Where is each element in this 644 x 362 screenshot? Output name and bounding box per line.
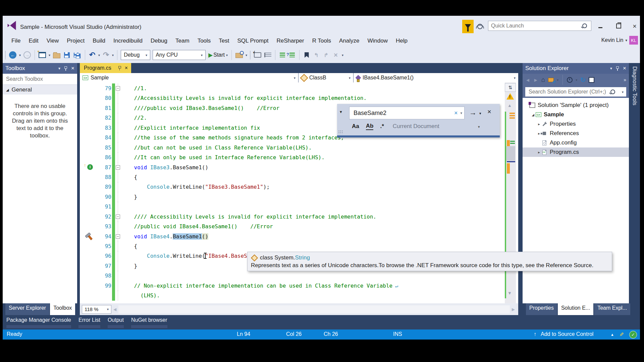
code-line[interactable]: 98 — [80, 271, 518, 281]
code-text[interactable]: (LHS). — [121, 291, 160, 300]
code-text[interactable]: } — [121, 192, 137, 202]
chevron-down-icon[interactable]: ▾ — [342, 53, 343, 57]
clear-bookmarks-button[interactable]: ✕ — [332, 50, 339, 60]
chevron-down-icon[interactable]: ▾ — [478, 125, 480, 129]
warning-icon[interactable] — [506, 93, 514, 100]
code-text[interactable]: void IBase3.BaseSame1() — [121, 163, 208, 172]
menu-build[interactable]: Build — [89, 36, 109, 46]
chevron-down-icon[interactable]: ▾ — [58, 66, 60, 71]
toolbar-overflow-icon[interactable]: » — [624, 77, 626, 82]
line-number[interactable]: 84 — [101, 133, 111, 142]
menu-r-tools[interactable]: R Tools — [308, 36, 335, 46]
line-number[interactable]: 88 — [101, 172, 111, 182]
close-icon[interactable]: × — [623, 65, 626, 72]
minimize-button[interactable] — [594, 22, 607, 31]
refresh-icon[interactable]: ↻ — [580, 76, 586, 84]
scroll-up-arrow[interactable]: ▲ — [507, 103, 512, 108]
collapse-all-icon[interactable] — [589, 77, 594, 83]
line-number[interactable]: 92 — [101, 212, 111, 222]
line-number[interactable]: 86 — [101, 153, 111, 162]
chevron-down-icon[interactable]: ▾ — [19, 53, 21, 57]
regex-toggle[interactable]: .* — [380, 123, 384, 130]
tab-properties[interactable]: Properties — [526, 303, 557, 315]
menu-view[interactable]: View — [43, 36, 63, 46]
indent-lines-button[interactable] — [279, 50, 286, 60]
chevron-down-icon[interactable]: ▾ — [557, 78, 558, 82]
menu-edit[interactable]: Edit — [24, 36, 42, 46]
menu-incredibuild[interactable]: Incredibuild — [109, 36, 147, 46]
chevron-down-icon[interactable]: ▾ — [49, 53, 50, 57]
code-line[interactable]: 94− void IBase4.BaseSame1() — [80, 232, 518, 241]
scrollbar-thumb[interactable] — [506, 146, 515, 161]
chevron-down-icon[interactable]: ▾ — [112, 53, 114, 57]
code-line[interactable]: I87− void IBase3.BaseSame1() — [80, 163, 518, 172]
code-line[interactable]: 91 — [80, 202, 518, 212]
avatar[interactable]: KL — [629, 36, 638, 45]
back-icon[interactable]: ◄ — [525, 77, 530, 83]
search-scope-dropdown[interactable]: Current Document — [393, 123, 439, 130]
collapsed-arrow-icon[interactable]: ▸ — [537, 150, 541, 155]
code-line[interactable]: 95 { — [80, 241, 518, 251]
close-button[interactable]: × — [628, 22, 640, 31]
code-text[interactable]: //Explicit interface implementation fix — [121, 123, 260, 133]
undo-button[interactable]: ↶ — [89, 50, 96, 60]
sync-with-active-document-icon[interactable] — [548, 78, 554, 82]
solution-configuration-dropdown[interactable]: Debug ▾ — [121, 50, 150, 60]
chevron-down-icon[interactable]: ▾ — [460, 111, 462, 115]
code-text[interactable]: Console.WriteLine("IBase3.BaseSame1"); — [121, 182, 270, 192]
toolbar-drag-grip[interactable] — [5, 51, 6, 59]
code-line[interactable]: 90 } — [80, 192, 518, 202]
code-line[interactable]: 99 // Non-explicit interface implementat… — [80, 281, 518, 291]
menu-window[interactable]: Window — [364, 36, 392, 46]
next-bookmark-button[interactable]: ↱ — [322, 50, 330, 60]
solution-explorer-search-input[interactable] — [528, 88, 608, 95]
tree-item-program-cs[interactable]: ▸Program.cs — [523, 147, 629, 157]
forward-icon[interactable]: ► — [533, 77, 538, 83]
find-next-icon[interactable]: → — [469, 109, 477, 117]
restore-button[interactable] — [612, 22, 625, 31]
find-in-files-button[interactable] — [235, 50, 243, 60]
tab-nuget-browser[interactable]: NuGet browser — [131, 317, 167, 328]
code-text[interactable]: //It can only be used in Interface Refer… — [121, 153, 325, 162]
line-number[interactable]: 96 — [101, 251, 111, 261]
code-line[interactable]: 92− //// Accessibility Levels is invalid… — [80, 212, 518, 222]
quick-launch-input[interactable] — [488, 23, 582, 29]
code-line[interactable]: 89 Console.WriteLine("IBase3.BaseSame1")… — [80, 182, 518, 192]
code-text[interactable]: //// Accessibility Levels is invalid for… — [121, 212, 376, 222]
navigate-backward-button[interactable]: ← — [9, 50, 17, 60]
chevron-up-icon[interactable]: ▲ — [610, 333, 614, 337]
code-line[interactable]: 88 { — [80, 172, 518, 182]
line-number[interactable]: 94 — [101, 232, 111, 241]
line-number[interactable]: 87 — [101, 163, 111, 172]
navigate-forward-button[interactable]: → — [23, 50, 31, 60]
menu-debug[interactable]: Debug — [147, 36, 171, 46]
tab-program-cs[interactable]: Program.cs × — [80, 63, 131, 73]
find-expand-chevron-icon[interactable]: ▾ — [340, 109, 342, 114]
code-text[interactable]: // Non-explicit interface implementation… — [121, 281, 398, 291]
line-number[interactable]: 90 — [101, 192, 111, 202]
code-line[interactable]: 85 //but can not be used in Class Refere… — [80, 143, 518, 153]
code-text[interactable]: //public void IBase4.BaseSame1() //Error — [121, 222, 273, 231]
solution-platform-dropdown[interactable]: Any CPU ▾ — [153, 50, 206, 60]
menu-analyze[interactable]: Analyze — [335, 36, 363, 46]
code-text[interactable]: ////public void IBase3.BaseSame1() //Err… — [121, 103, 279, 113]
chevron-down-icon[interactable]: ▾ — [479, 111, 481, 116]
menu-file[interactable]: File — [7, 36, 24, 46]
pencil-icon[interactable]: ✎ — [618, 332, 625, 337]
scroll-down-arrow[interactable]: ▼ — [507, 291, 512, 296]
redo-button[interactable]: ↷ — [102, 50, 110, 60]
home-icon[interactable]: ⌂ — [541, 76, 545, 83]
comment-lines-button[interactable] — [288, 50, 296, 60]
collapse-box-icon[interactable]: − — [116, 234, 120, 239]
chevron-down-icon[interactable]: ▾ — [610, 66, 612, 71]
new-project-button[interactable] — [38, 50, 46, 60]
scroll-left-arrow[interactable]: ◀ — [113, 307, 116, 312]
code-text[interactable]: //1. — [121, 83, 147, 93]
notification-flag-icon[interactable] — [462, 20, 474, 33]
code-text[interactable]: //Accessibility Levels is invalid for ex… — [121, 93, 367, 103]
pin-icon[interactable] — [118, 66, 121, 70]
collapse-box-icon[interactable]: − — [116, 86, 120, 90]
project-dropdown[interactable]: C# Sample ▾ — [80, 73, 299, 82]
select-pointer-button[interactable] — [254, 50, 262, 60]
tab-diagnostic-tools[interactable]: Diagnostic Tools — [629, 63, 640, 315]
